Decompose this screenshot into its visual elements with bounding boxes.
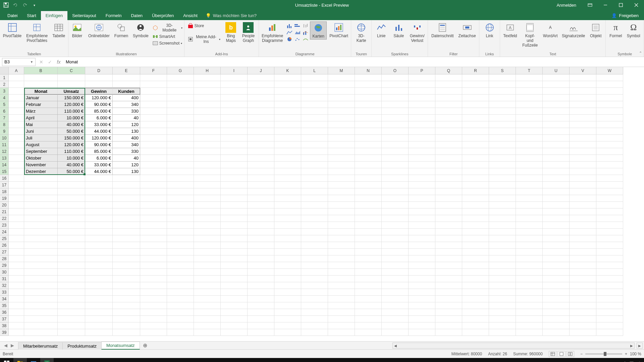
- cell-T12[interactable]: [516, 148, 543, 155]
- cell-U3[interactable]: [543, 88, 570, 95]
- cell-N30[interactable]: [355, 269, 382, 276]
- cell-F31[interactable]: [140, 276, 167, 282]
- cell-F1[interactable]: [140, 74, 167, 81]
- column-header-D[interactable]: D: [85, 67, 113, 74]
- row-header-12[interactable]: 12: [0, 148, 9, 155]
- cell-Q16[interactable]: [435, 175, 462, 182]
- cell-F28[interactable]: [140, 255, 167, 262]
- row-header-2[interactable]: 2: [0, 81, 9, 88]
- cell-V27[interactable]: [570, 249, 596, 255]
- cell-L24[interactable]: [301, 229, 328, 235]
- cell-V39[interactable]: [570, 329, 596, 336]
- cell-S39[interactable]: [489, 329, 516, 336]
- redo-icon[interactable]: [21, 2, 28, 8]
- cell-J37[interactable]: [248, 316, 274, 322]
- cell-U8[interactable]: [543, 121, 570, 128]
- cell-J15[interactable]: [248, 168, 274, 175]
- cell-I31[interactable]: [221, 276, 248, 282]
- cell-B21[interactable]: [24, 208, 58, 215]
- cell-F17[interactable]: [140, 182, 167, 188]
- cell-W4[interactable]: [596, 95, 623, 101]
- cell-Q37[interactable]: [435, 316, 462, 322]
- cell-I36[interactable]: [221, 309, 248, 316]
- cell-F34[interactable]: [140, 296, 167, 302]
- cell-U15[interactable]: [543, 168, 570, 175]
- cell-I38[interactable]: [221, 322, 248, 329]
- cell-E22[interactable]: [113, 215, 140, 222]
- cell-G13[interactable]: [167, 155, 194, 162]
- cell-K24[interactable]: [274, 229, 301, 235]
- cell-O1[interactable]: [382, 74, 409, 81]
- cell-P23[interactable]: [409, 222, 435, 229]
- cell-M39[interactable]: [328, 329, 355, 336]
- cell-J12[interactable]: [248, 148, 274, 155]
- cell-P16[interactable]: [409, 175, 435, 182]
- cell-O39[interactable]: [382, 329, 409, 336]
- cell-W38[interactable]: [596, 322, 623, 329]
- cell-Q28[interactable]: [435, 255, 462, 262]
- share-button[interactable]: 👤 Freigeben: [606, 11, 644, 20]
- cell-Q21[interactable]: [435, 208, 462, 215]
- people-graph-button[interactable]: People Graph: [240, 21, 257, 44]
- maps-button[interactable]: Karten: [310, 21, 327, 40]
- row-header-26[interactable]: 26: [0, 242, 9, 249]
- cell-V23[interactable]: [570, 222, 596, 229]
- cell-F21[interactable]: [140, 208, 167, 215]
- cell-H23[interactable]: [194, 222, 221, 229]
- cell-E25[interactable]: [113, 235, 140, 242]
- cell-F19[interactable]: [140, 195, 167, 202]
- cell-O14[interactable]: [382, 162, 409, 168]
- cell-A12[interactable]: [9, 148, 24, 155]
- cell-F26[interactable]: [140, 242, 167, 249]
- cell-D9[interactable]: 44.000 €: [85, 128, 113, 135]
- cell-C24[interactable]: [58, 229, 85, 235]
- cell-G14[interactable]: [167, 162, 194, 168]
- zoom-in-icon[interactable]: +: [625, 352, 627, 356]
- cell-Q26[interactable]: [435, 242, 462, 249]
- cell-U21[interactable]: [543, 208, 570, 215]
- cell-H12[interactable]: [194, 148, 221, 155]
- cell-T17[interactable]: [516, 182, 543, 188]
- column-header-M[interactable]: M: [328, 67, 355, 74]
- cell-U1[interactable]: [543, 74, 570, 81]
- cell-S7[interactable]: [489, 115, 516, 121]
- cell-P7[interactable]: [409, 115, 435, 121]
- zoom-slider[interactable]: [585, 353, 622, 355]
- cell-T24[interactable]: [516, 229, 543, 235]
- cell-T8[interactable]: [516, 121, 543, 128]
- cell-V12[interactable]: [570, 148, 596, 155]
- cell-I18[interactable]: [221, 188, 248, 195]
- cell-H29[interactable]: [194, 262, 221, 269]
- cell-Q7[interactable]: [435, 115, 462, 121]
- cell-E37[interactable]: [113, 316, 140, 322]
- cell-N12[interactable]: [355, 148, 382, 155]
- cell-Q29[interactable]: [435, 262, 462, 269]
- cell-L6[interactable]: [301, 108, 328, 115]
- cell-D12[interactable]: 85.000 €: [85, 148, 113, 155]
- cell-D1[interactable]: [85, 74, 113, 81]
- column-header-B[interactable]: B: [24, 67, 58, 74]
- cell-T25[interactable]: [516, 235, 543, 242]
- cell-G34[interactable]: [167, 296, 194, 302]
- cell-L34[interactable]: [301, 296, 328, 302]
- cell-V33[interactable]: [570, 289, 596, 296]
- cell-E19[interactable]: [113, 195, 140, 202]
- cell-W35[interactable]: [596, 302, 623, 309]
- cell-G35[interactable]: [167, 302, 194, 309]
- cell-O4[interactable]: [382, 95, 409, 101]
- wordart-button[interactable]: AWordArt: [541, 21, 559, 39]
- cell-I26[interactable]: [221, 242, 248, 249]
- zoom-out-icon[interactable]: −: [580, 352, 583, 356]
- cell-G31[interactable]: [167, 276, 194, 282]
- cell-M12[interactable]: [328, 148, 355, 155]
- cell-C31[interactable]: [58, 276, 85, 282]
- cell-I13[interactable]: [221, 155, 248, 162]
- cell-V34[interactable]: [570, 296, 596, 302]
- cell-J1[interactable]: [248, 74, 274, 81]
- cell-K14[interactable]: [274, 162, 301, 168]
- cell-U36[interactable]: [543, 309, 570, 316]
- cell-D8[interactable]: 33.000 €: [85, 121, 113, 128]
- cell-K23[interactable]: [274, 222, 301, 229]
- cell-A24[interactable]: [9, 229, 24, 235]
- cell-D5[interactable]: 90.000 €: [85, 101, 113, 108]
